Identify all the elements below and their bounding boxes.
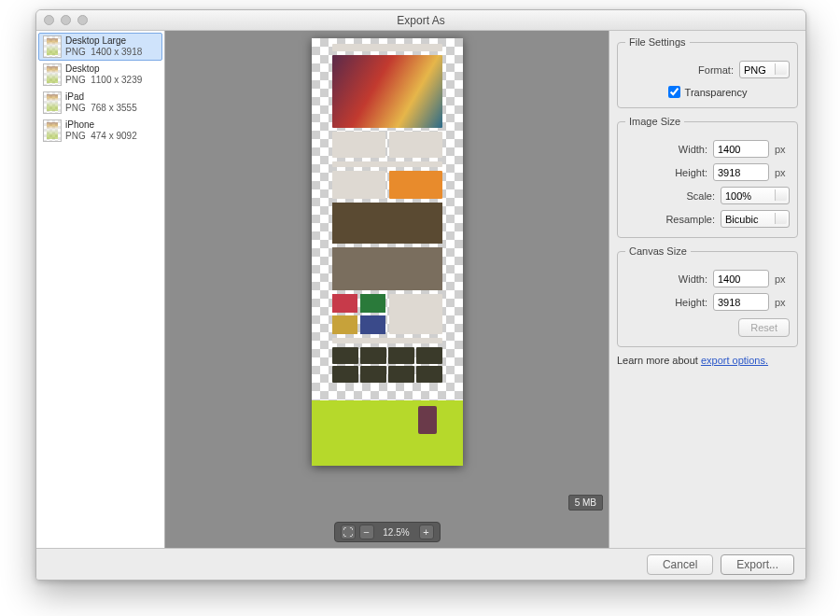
settings-panel: File Settings Format: PNG ⇅ Transparency	[609, 31, 805, 548]
format-label: Format:	[681, 64, 734, 76]
unit-label: px	[775, 297, 790, 308]
export-options-link[interactable]: export options.	[701, 355, 768, 366]
image-size-group: Image Size Width: px Height: px Scale: 1…	[617, 116, 798, 238]
dialog-button-bar: Cancel Export...	[36, 548, 805, 580]
scale-label: Scale:	[663, 190, 715, 202]
transparency-checkbox[interactable]: Transparency	[625, 86, 790, 98]
asset-thumbnail	[43, 91, 62, 114]
image-size-legend: Image Size	[625, 116, 684, 127]
image-width-input[interactable]	[713, 140, 769, 158]
transparency-input[interactable]	[668, 86, 680, 98]
resample-label: Resample:	[663, 214, 715, 225]
close-icon[interactable]	[44, 15, 54, 25]
zoom-toolbar: ⛶ − 12.5% +	[334, 522, 441, 542]
height-label: Height:	[655, 167, 707, 178]
cancel-button[interactable]: Cancel	[647, 554, 713, 575]
asset-item[interactable]: iPhone PNG 474 x 9092	[38, 117, 162, 145]
height-label: Height:	[655, 297, 707, 308]
minimize-icon[interactable]	[61, 15, 71, 25]
format-select[interactable]: PNG	[739, 61, 790, 78]
zoom-in-icon[interactable]: +	[419, 525, 434, 539]
export-button[interactable]: Export...	[721, 554, 794, 575]
file-settings-legend: File Settings	[625, 36, 690, 48]
asset-dims: PNG 474 x 9092	[65, 131, 137, 142]
asset-dims: PNG 768 x 3555	[65, 103, 137, 114]
asset-dims: PNG 1400 x 3918	[65, 47, 142, 58]
canvas-size-legend: Canvas Size	[625, 245, 691, 257]
canvas-size-group: Canvas Size Width: px Height: px Reset	[617, 245, 798, 347]
titlebar: Export As	[36, 10, 805, 31]
asset-name: iPad	[65, 91, 137, 103]
fit-screen-icon[interactable]: ⛶	[341, 525, 356, 539]
asset-name: Desktop	[65, 63, 142, 75]
window-title: Export As	[397, 14, 444, 27]
width-label: Width:	[655, 144, 707, 155]
asset-item[interactable]: Desktop PNG 1100 x 3239	[38, 61, 162, 89]
zoom-level: 12.5%	[378, 527, 415, 538]
preview-artwork	[332, 44, 442, 400]
zoom-out-icon[interactable]: −	[359, 525, 374, 539]
unit-label: px	[775, 167, 790, 178]
asset-dims: PNG 1100 x 3239	[65, 75, 142, 86]
canvas-width-input[interactable]	[713, 270, 769, 287]
help-text: Learn more about export options.	[617, 355, 798, 366]
image-height-input[interactable]	[713, 163, 769, 181]
chevron-updown-icon: ⇅	[778, 65, 785, 74]
unit-label: px	[775, 144, 790, 155]
zoom-icon[interactable]	[77, 15, 88, 25]
preview-pane: 5 MB ⛶ − 12.5% +	[165, 31, 609, 548]
asset-item[interactable]: Desktop Large PNG 1400 x 3918	[38, 33, 162, 61]
asset-name: iPhone	[65, 119, 137, 131]
asset-thumbnail	[43, 35, 62, 58]
file-settings-group: File Settings Format: PNG ⇅ Transparency	[617, 36, 798, 108]
reset-button[interactable]: Reset	[738, 318, 790, 337]
asset-item[interactable]: iPad PNG 768 x 3555	[38, 89, 162, 117]
file-size-badge: 5 MB	[568, 495, 603, 511]
asset-name: Desktop Large	[65, 35, 142, 47]
width-label: Width:	[655, 273, 707, 285]
window-controls	[44, 15, 88, 25]
asset-thumbnail	[43, 63, 62, 86]
asset-thumbnail	[43, 119, 62, 142]
chevron-updown-icon: ⇅	[778, 215, 785, 223]
scale-select[interactable]: 100%	[721, 187, 790, 204]
resample-select[interactable]: Bicubic	[721, 210, 790, 228]
canvas-height-input[interactable]	[713, 293, 769, 311]
export-dialog: Export As Desktop Large PNG 1400 x 3918 …	[35, 9, 806, 581]
asset-list: Desktop Large PNG 1400 x 3918 Desktop PN…	[36, 31, 165, 548]
preview-canvas[interactable]	[312, 38, 463, 466]
chevron-updown-icon: ⇅	[778, 191, 785, 200]
unit-label: px	[775, 273, 790, 285]
